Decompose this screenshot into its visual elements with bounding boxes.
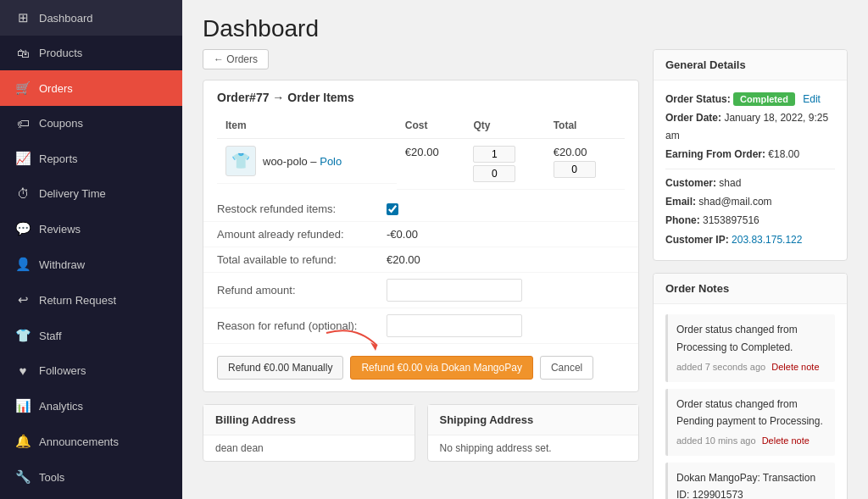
general-details-body: Order Status: Completed Edit Order Date:… (654, 80, 847, 260)
sidebar-item-label: Withdraw (39, 258, 167, 271)
product-link[interactable]: Polo (320, 155, 342, 168)
arrow-indicator (322, 329, 390, 357)
table-row: 👕 woo-polo – Polo €20.00 (217, 139, 625, 190)
sidebar-item-return-request[interactable]: ↩ Return Request (0, 282, 182, 318)
billing-card: Billing Address dean dean (203, 404, 415, 462)
order-date-label: Order Date: (665, 112, 721, 124)
sidebar-item-announcements[interactable]: 🔔 Announcements (0, 424, 182, 459)
refund-mangopay-button[interactable]: Refund €0.00 via Dokan MangoPay (350, 356, 532, 380)
customer-row: Customer: shad (665, 175, 835, 191)
order-status-row: Order Status: Completed Edit (665, 91, 835, 108)
general-details-section: General Details Order Status: Completed … (653, 49, 848, 261)
order-items-card: Order#77 → Order Items Item Cost Qty Tot… (203, 80, 639, 392)
qty-input[interactable] (473, 146, 515, 163)
refund-manually-button[interactable]: Refund €0.00 Manually (217, 356, 343, 380)
orders-icon: 🛒 (15, 80, 31, 96)
sidebar-item-withdraw[interactable]: 👤 Withdraw (0, 247, 182, 282)
followers-icon: ♥ (15, 363, 31, 378)
sidebar-item-label: Followers (39, 364, 167, 377)
phone-row: Phone: 3153897516 (665, 212, 835, 229)
sidebar-item-label: Tools (39, 471, 167, 484)
sidebar-item-label: Reports (39, 152, 167, 165)
delivery-icon: ⏱ (15, 186, 31, 201)
sidebar-item-label: Products (39, 47, 167, 59)
note-text-0: Order status changed from Processing to … (676, 324, 798, 352)
restock-label: Restock refunded items: (217, 202, 387, 215)
billing-name: dean dean (203, 435, 415, 461)
status-badge: Completed (733, 92, 795, 106)
order-table: Item Cost Qty Total (217, 113, 625, 190)
edit-status-link[interactable]: Edit (803, 93, 821, 105)
sidebar-item-products[interactable]: 🛍 Products (0, 36, 182, 70)
product-name: woo-polo – Polo (263, 155, 342, 168)
col-cost: Cost (397, 113, 465, 139)
customer-label: Customer: (665, 177, 716, 189)
total-available-value: €20.00 (387, 253, 420, 266)
announcements-icon: 🔔 (15, 434, 31, 449)
staff-icon: 👕 (15, 328, 31, 343)
delete-note-0[interactable]: Delete note (771, 362, 819, 372)
email-label: Email: (665, 196, 696, 208)
shirt-icon: 👕 (231, 152, 250, 170)
email-value: shad@mail.com (698, 196, 771, 208)
products-icon: 🛍 (15, 46, 31, 60)
left-panel: ← Orders Order#77 → Order Items Item Cos… (203, 49, 639, 499)
sidebar-item-tools[interactable]: 🔧 Tools (0, 459, 182, 495)
delete-note-1[interactable]: Delete note (762, 435, 810, 446)
sidebar-item-support[interactable]: ⚙ Support (0, 495, 182, 499)
general-details-title: General Details (654, 50, 847, 80)
sidebar-item-staff[interactable]: 👕 Staff (0, 318, 182, 353)
restock-row: Restock refunded items: (203, 197, 638, 222)
right-panel: General Details Order Status: Completed … (653, 49, 848, 499)
earning-label: Earning From Order: (665, 148, 765, 160)
already-refunded-row: Amount already refunded: -€0.00 (203, 222, 638, 247)
refund-reason-input[interactable] (387, 314, 522, 337)
sidebar-item-label: Reviews (39, 223, 167, 236)
ip-link[interactable]: 203.83.175.122 (732, 234, 802, 246)
product-total: €20.00 (545, 139, 625, 190)
back-to-orders-link[interactable]: ← Orders (203, 49, 269, 69)
col-total: Total (545, 113, 625, 139)
sidebar-item-followers[interactable]: ♥ Followers (0, 353, 182, 388)
sidebar-item-label: Staff (39, 330, 167, 342)
total-refund-input[interactable] (554, 161, 596, 178)
analytics-icon: 📊 (15, 398, 31, 413)
total-available-label: Total available to refund: (217, 253, 387, 266)
sidebar-item-delivery-time[interactable]: ⏱ Delivery Time (0, 176, 182, 211)
qty-refund-input[interactable] (473, 165, 515, 182)
product-qty (465, 139, 544, 190)
sidebar-item-label: Dashboard (39, 12, 167, 25)
sidebar-item-reviews[interactable]: 💬 Reviews (0, 211, 182, 247)
email-row: Email: shad@mail.com (665, 193, 835, 210)
note-text-1: Order status changed from Pending paymen… (676, 398, 823, 427)
sidebar-item-coupons[interactable]: 🏷 Coupons (0, 106, 182, 141)
restock-checkbox[interactable] (387, 203, 398, 215)
sidebar-item-analytics[interactable]: 📊 Analytics (0, 388, 182, 424)
order-notes-body: Order status changed from Processing to … (654, 304, 847, 499)
refund-amount-input[interactable] (387, 279, 522, 302)
shipping-card: Shipping Address No shipping address set… (427, 404, 640, 462)
sidebar-item-reports[interactable]: 📈 Reports (0, 141, 182, 176)
sidebar-item-orders[interactable]: 🛒 Orders (0, 70, 182, 106)
phone-value: 3153897516 (703, 214, 760, 226)
note-text-2: Dokan MangoPay: Transaction ID: 12990157… (676, 472, 815, 499)
order-date-row: Order Date: January 18, 2022, 9:25 am (665, 109, 835, 144)
main-content: Dashboard ← Orders Order#77 → Order Item… (182, 0, 868, 499)
order-notes-section: Order Notes Order status changed from Pr… (653, 273, 848, 499)
order-title: Order#77 → Order Items (203, 80, 638, 113)
order-notes-title: Order Notes (654, 274, 847, 304)
already-refunded-value: -€0.00 (387, 228, 418, 241)
shipping-title: Shipping Address (428, 405, 639, 435)
sidebar-item-dashboard[interactable]: ⊞ Dashboard (0, 0, 182, 36)
sidebar-item-label: Return Request (39, 294, 167, 307)
earning-value: €18.00 (768, 148, 799, 160)
sidebar-item-label: Analytics (39, 400, 167, 413)
cancel-button[interactable]: Cancel (540, 356, 593, 380)
customer-value: shad (719, 177, 741, 189)
dashboard-icon: ⊞ (15, 10, 31, 25)
phone-label: Phone: (665, 214, 700, 226)
order-status-label: Order Status: (665, 93, 731, 105)
billing-title: Billing Address (203, 405, 415, 435)
col-qty: Qty (465, 113, 544, 139)
content-area: ← Orders Order#77 → Order Items Item Cos… (182, 49, 868, 499)
